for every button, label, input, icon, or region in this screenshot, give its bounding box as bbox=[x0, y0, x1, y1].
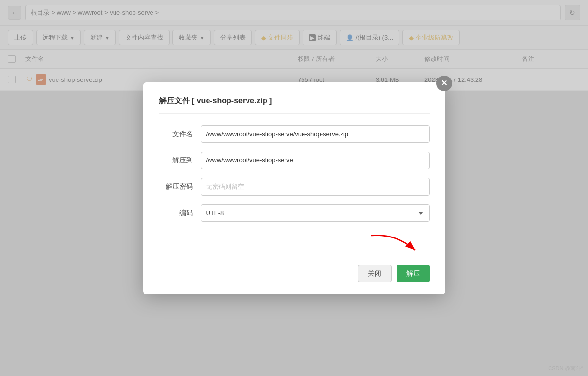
modal-title: 解压文件 [ vue-shop-serve.zip ] bbox=[159, 96, 430, 114]
modal-footer: 关闭 解压 bbox=[159, 265, 430, 282]
extractto-row: 解压到 bbox=[159, 152, 430, 169]
password-label: 解压密码 bbox=[159, 182, 193, 191]
encoding-row: 编码 UTF-8 GBK GB2312 bbox=[159, 204, 430, 222]
extract-modal: ✕ 解压文件 [ vue-shop-serve.zip ] 文件名 解压到 解压… bbox=[143, 82, 445, 294]
filename-input[interactable] bbox=[201, 125, 430, 143]
filename-row: 文件名 bbox=[159, 125, 430, 143]
modal-overlay: ✕ 解压文件 [ vue-shop-serve.zip ] 文件名 解压到 解压… bbox=[0, 0, 588, 376]
close-modal-button[interactable]: 关闭 bbox=[358, 265, 392, 282]
arrow-wrapper bbox=[159, 231, 425, 255]
extractto-input[interactable] bbox=[201, 152, 430, 169]
password-row: 解压密码 bbox=[159, 178, 430, 196]
extract-button[interactable]: 解压 bbox=[397, 265, 430, 282]
filename-label: 文件名 bbox=[159, 130, 193, 139]
extractto-label: 解压到 bbox=[159, 156, 193, 165]
password-input[interactable] bbox=[201, 178, 430, 196]
red-arrow bbox=[366, 231, 425, 255]
encoding-label: 编码 bbox=[159, 209, 193, 218]
encoding-select[interactable]: UTF-8 GBK GB2312 bbox=[201, 204, 430, 222]
modal-close-button[interactable]: ✕ bbox=[436, 76, 452, 91]
